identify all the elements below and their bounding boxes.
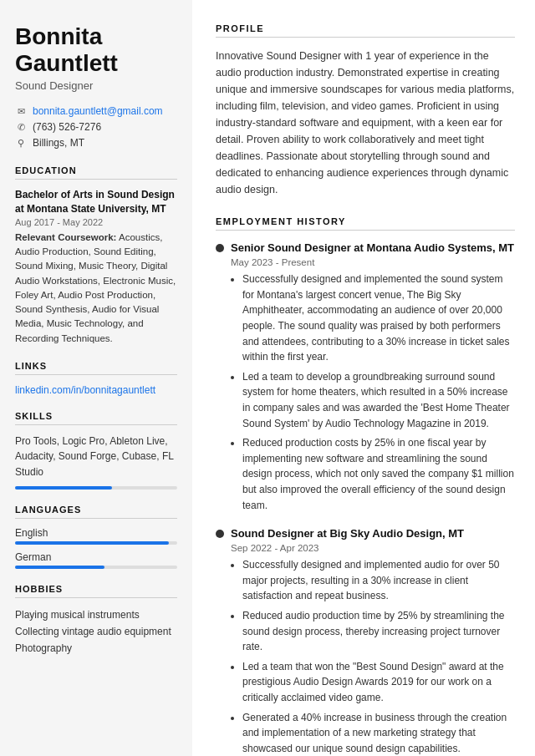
employment-section: EMPLOYMENT HISTORY Senior Sound Designer… — [216, 216, 515, 756]
phone-text: (763) 526-7276 — [33, 121, 101, 133]
job-bullet-1-2: Led a team to develop a groundbreaking s… — [242, 369, 515, 431]
phone-icon: ✆ — [15, 121, 27, 133]
job-header-2: Sound Designer at Big Sky Audio Design, … — [216, 526, 515, 541]
lang-bar-wrap-german — [15, 566, 177, 569]
hobby-3: Photography — [15, 640, 177, 657]
job-header-1: Senior Sound Designer at Montana Audio S… — [216, 241, 515, 256]
edu-coursework: Relevant Coursework: Acoustics, Audio Pr… — [15, 231, 177, 346]
hobby-1: Playing musical instruments — [15, 606, 177, 623]
job-title-1: Senior Sound Designer at Montana Audio S… — [231, 241, 514, 256]
location-contact: ⚲ Billings, MT — [15, 137, 177, 149]
job-bullets-1: Successfully designed and implemented th… — [231, 271, 515, 513]
language-name-english: English — [15, 527, 177, 539]
coursework-text: Acoustics, Audio Production, Sound Editi… — [15, 232, 176, 343]
contact-block: ✉ bonnita.gauntlett@gmail.com ✆ (763) 52… — [15, 105, 177, 149]
job-title: Sound Designer — [15, 79, 177, 92]
linkedin-link[interactable]: linkedin.com/in/bonnitagauntlett — [15, 384, 155, 396]
education-section: EDUCATION Bachelor of Arts in Sound Desi… — [15, 165, 177, 345]
language-item-german: German — [15, 551, 177, 569]
links-section: LINKS linkedin.com/in/bonnitagauntlett — [15, 361, 177, 396]
links-title: LINKS — [15, 361, 177, 375]
language-item-english: English — [15, 527, 177, 545]
location-text: Billings, MT — [33, 137, 84, 149]
job-title-2: Sound Designer at Big Sky Audio Design, … — [231, 526, 464, 541]
job-dates-2: Sep 2022 - Apr 2023 — [231, 543, 515, 553]
edu-dates: Aug 2017 - May 2022 — [15, 217, 177, 227]
skills-text: Pro Tools, Logic Pro, Ableton Live, Auda… — [15, 434, 177, 480]
profile-section-title: PROFILE — [216, 23, 515, 38]
lang-bar-fill-english — [15, 541, 169, 545]
linkedin-link-item: linkedin.com/in/bonnitagauntlett — [15, 383, 177, 396]
job-entry-1: Senior Sound Designer at Montana Audio S… — [216, 241, 515, 513]
last-name: Gauntlett — [15, 50, 177, 77]
job-bullets-2: Successfully designed and implemented au… — [231, 557, 515, 756]
job-bullet-2-2: Reduced audio production time by 25% by … — [242, 608, 515, 655]
job-dot-1 — [216, 244, 224, 252]
skill-bar-wrap — [15, 486, 177, 490]
first-name: Bonnita — [15, 23, 177, 50]
hobbies-list: Playing musical instruments Collecting v… — [15, 606, 177, 657]
phone-contact: ✆ (763) 526-7276 — [15, 121, 177, 133]
location-icon: ⚲ — [15, 137, 27, 149]
job-bullet-1-3: Reduced production costs by 25% in one f… — [242, 435, 515, 513]
email-contact: ✉ bonnita.gauntlett@gmail.com — [15, 105, 177, 117]
coursework-label: Relevant Coursework: — [15, 232, 116, 242]
email-link[interactable]: bonnita.gauntlett@gmail.com — [33, 105, 163, 117]
skills-section: SKILLS Pro Tools, Logic Pro, Ableton Liv… — [15, 411, 177, 490]
sidebar: Bonnita Gauntlett Sound Designer ✉ bonni… — [0, 0, 192, 756]
lang-bar-fill-german — [15, 566, 104, 569]
job-bullet-2-4: Generated a 40% increase in business thr… — [242, 710, 515, 756]
profile-section: PROFILE Innovative Sound Designer with 1… — [216, 23, 515, 198]
job-bullet-2-1: Successfully designed and implemented au… — [242, 557, 515, 604]
hobbies-title: HOBBIES — [15, 584, 177, 598]
main-content: PROFILE Innovative Sound Designer with 1… — [192, 0, 535, 756]
job-dates-1: May 2023 - Present — [231, 257, 515, 267]
edu-degree: Bachelor of Arts in Sound Design at Mont… — [15, 188, 177, 215]
profile-text: Innovative Sound Designer with 1 year of… — [216, 48, 515, 198]
languages-section: LANGUAGES English German — [15, 505, 177, 569]
hobbies-section: HOBBIES Playing musical instruments Coll… — [15, 584, 177, 657]
skill-bar-fill — [15, 486, 112, 490]
language-name-german: German — [15, 551, 177, 563]
employment-section-title: EMPLOYMENT HISTORY — [216, 216, 515, 231]
job-entry-2: Sound Designer at Big Sky Audio Design, … — [216, 526, 515, 756]
hobby-2: Collecting vintage audio equipment — [15, 623, 177, 640]
email-icon: ✉ — [15, 105, 27, 117]
lang-bar-wrap-english — [15, 541, 177, 545]
languages-title: LANGUAGES — [15, 505, 177, 519]
job-bullet-2-3: Led a team that won the "Best Sound Desi… — [242, 659, 515, 706]
job-dot-2 — [216, 530, 224, 538]
job-bullet-1-1: Successfully designed and implemented th… — [242, 271, 515, 365]
education-title: EDUCATION — [15, 165, 177, 180]
name-block: Bonnita Gauntlett Sound Designer — [15, 23, 177, 92]
skills-title: SKILLS — [15, 411, 177, 425]
